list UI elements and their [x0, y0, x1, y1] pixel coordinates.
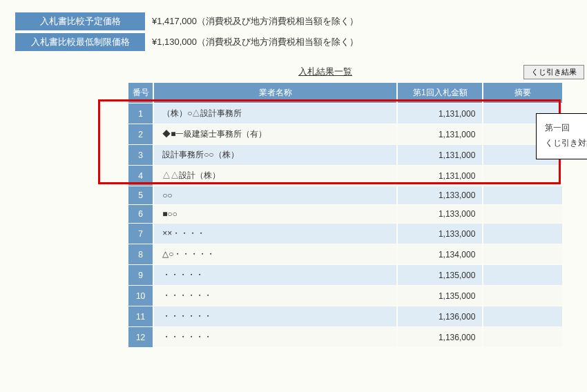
- row-no: 8: [128, 244, 153, 264]
- table-row: 4△△設計（株）1,131,000: [128, 166, 562, 186]
- row-name: （株）○△設計事務所: [154, 104, 396, 124]
- price-info-block: 入札書比較予定価格 ¥1,417,000（消費税及び地方消費税相当額を除く） 入…: [0, 0, 587, 51]
- row-tekiyo: [483, 286, 562, 306]
- col-header-name: 業者名称: [154, 83, 396, 103]
- callout-line1: 第一回: [545, 121, 587, 136]
- row-no: 1: [128, 104, 153, 124]
- row-name: △○・・・・・: [154, 244, 396, 264]
- row-no: 7: [128, 224, 153, 244]
- row-name: ■○○: [154, 205, 396, 223]
- table-row: 5○○1,133,000: [128, 186, 562, 204]
- row-no: 2: [128, 124, 153, 144]
- col-header-no: 番号: [128, 83, 153, 103]
- row-amount: 1,134,000: [398, 244, 482, 264]
- table-row: 2◆■一級建築士事務所（有）1,131,000: [128, 124, 562, 144]
- row-tekiyo: [483, 327, 562, 347]
- row-amount: 1,133,000: [398, 205, 482, 223]
- col-header-amount: 第1回入札金額: [398, 83, 482, 103]
- row-name: ・・・・・: [154, 265, 396, 285]
- row-tekiyo: [483, 244, 562, 264]
- row-tekiyo: [483, 306, 562, 326]
- callout-line2: くじ引き対象者: [545, 136, 587, 151]
- row-amount: 1,135,000: [398, 286, 482, 306]
- row-no: 11: [128, 306, 153, 326]
- row-amount: 1,136,000: [398, 306, 482, 326]
- row-name: ・・・・・・: [154, 327, 396, 347]
- min-price-label: 入札書比較最低制限価格: [15, 33, 145, 51]
- planned-price-value: ¥1,417,000（消費税及び地方消費税相当額を除く）: [145, 12, 365, 30]
- table-row: 10・・・・・・1,135,000: [128, 286, 562, 306]
- row-name: ・・・・・・: [154, 306, 396, 326]
- table-row: 8△○・・・・・1,134,000: [128, 244, 562, 264]
- row-no: 4: [128, 166, 153, 186]
- min-price-row: 入札書比較最低制限価格 ¥1,130,000（消費税及び地方消費税相当額を除く）: [15, 33, 587, 51]
- table-row: 7××・・・・1,133,000: [128, 224, 562, 244]
- min-price-value: ¥1,130,000（消費税及び地方消費税相当額を除く）: [145, 33, 365, 51]
- row-amount: 1,131,000: [398, 166, 482, 186]
- row-no: 5: [128, 186, 153, 204]
- table-row: 6■○○1,133,000: [128, 205, 562, 223]
- list-title: 入札結果一覧: [127, 66, 523, 82]
- kuji-result-button[interactable]: くじ引き結果: [523, 65, 584, 79]
- row-no: 6: [128, 205, 153, 223]
- row-name: △△設計（株）: [154, 166, 396, 186]
- row-amount: 1,131,000: [398, 145, 482, 165]
- bid-result-list: 入札結果一覧 くじ引き結果 番号 業者名称 第1回入札金額 摘要 1（株）○△設…: [127, 65, 587, 348]
- row-amount: 1,133,000: [398, 224, 482, 244]
- row-tekiyo: [483, 186, 562, 204]
- table-row: 9・・・・・1,135,000: [128, 265, 562, 285]
- table-row: 12・・・・・・1,136,000: [128, 327, 562, 347]
- row-amount: 1,135,000: [398, 265, 482, 285]
- row-amount: 1,136,000: [398, 327, 482, 347]
- row-name: ◆■一級建築士事務所（有）: [154, 124, 396, 144]
- row-no: 3: [128, 145, 153, 165]
- bid-table: 番号 業者名称 第1回入札金額 摘要 1（株）○△設計事務所1,131,0002…: [127, 82, 564, 348]
- row-name: ・・・・・・: [154, 286, 396, 306]
- row-name: ××・・・・: [154, 224, 396, 244]
- row-no: 9: [128, 265, 153, 285]
- row-tekiyo: [483, 224, 562, 244]
- planned-price-row: 入札書比較予定価格 ¥1,417,000（消費税及び地方消費税相当額を除く）: [15, 12, 587, 30]
- row-amount: 1,131,000: [398, 104, 482, 124]
- row-tekiyo: [483, 265, 562, 285]
- callout-box: 第一回 くじ引き対象者: [536, 113, 587, 159]
- table-row: 1（株）○△設計事務所1,131,000: [128, 104, 562, 124]
- row-tekiyo: [483, 166, 562, 186]
- row-amount: 1,133,000: [398, 186, 482, 204]
- row-no: 10: [128, 286, 153, 306]
- row-name: ○○: [154, 186, 396, 204]
- row-tekiyo: [483, 205, 562, 223]
- table-row: 11・・・・・・1,136,000: [128, 306, 562, 326]
- row-name: 設計事務所○○（株）: [154, 145, 396, 165]
- table-row: 3設計事務所○○（株）1,131,000: [128, 145, 562, 165]
- planned-price-label: 入札書比較予定価格: [15, 12, 145, 30]
- row-no: 12: [128, 327, 153, 347]
- row-amount: 1,131,000: [398, 124, 482, 144]
- col-header-tekiyo: 摘要: [483, 83, 562, 103]
